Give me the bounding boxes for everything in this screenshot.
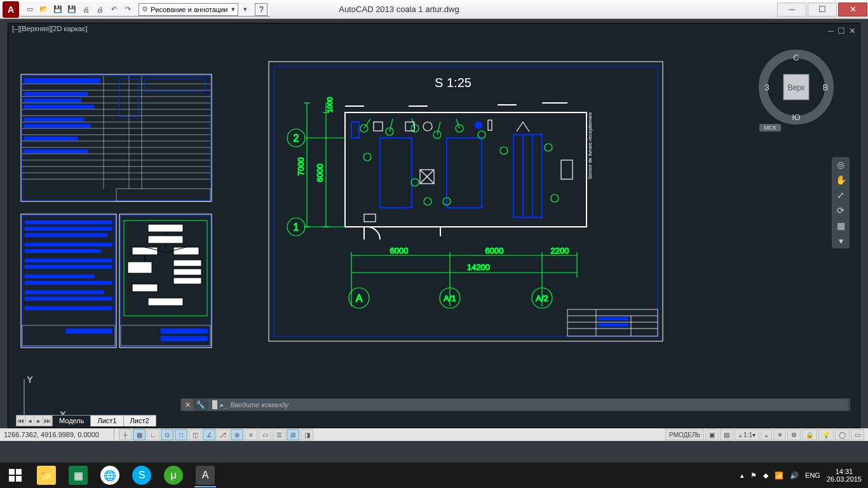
viewport[interactable]: [–][Верхняя][2D каркас] ─ ☐ ✕ [8,23,860,428]
zoom-extents-icon[interactable]: ⤢ [837,190,844,200]
svg-text:Y: Y [27,376,32,384]
task-excel[interactable]: ▦ [62,463,94,488]
otrack-button[interactable]: ∠ [203,429,215,440]
task-explorer[interactable]: 📁 [31,463,62,488]
minimize-button[interactable]: ─ [777,3,806,17]
help-button[interactable]: ? [255,3,268,16]
svg-rect-52 [148,236,183,243]
svg-rect-43 [25,290,104,294]
svg-text:МСК: МСК [764,125,776,131]
am-button[interactable]: ◨ [301,429,313,440]
tray-clock[interactable]: 14:31 26.03.2015 [827,468,862,483]
isolate-icon[interactable]: ◯ [835,429,850,440]
save-icon[interactable]: 💾 [51,4,64,15]
tab-prev-icon[interactable]: ◂ [25,416,34,426]
new-icon[interactable]: ▭ [24,4,36,15]
sc-button[interactable]: ⊞ [287,429,299,440]
tab-last-icon[interactable]: ⏭ [43,416,52,426]
quickview-layout-icon[interactable]: ▣ [705,429,719,440]
qat-more-icon[interactable]: ▾ [239,4,252,15]
tray-nvidia-icon[interactable]: ◆ [763,471,768,480]
grid-button[interactable]: ▦ [133,429,146,440]
pan-icon[interactable]: ✋ [836,175,846,185]
saveas-icon[interactable]: 💾 [65,4,78,15]
thumbnail-sheet-1 [21,74,212,201]
lwt-button[interactable]: ≡ [245,429,257,440]
tray-network-icon[interactable]: 📶 [775,471,783,480]
tab-nav[interactable]: ⏮ ◂ ▸ ⏭ [16,415,53,426]
modelspace-button[interactable]: РМОДЕЛЬ [665,429,704,440]
svg-rect-40 [25,265,112,269]
task-skype[interactable]: S [126,463,158,488]
undo-icon[interactable]: ↶ [107,4,120,15]
coordinates[interactable]: 1266.7362, 4916.9989, 0.0000 [0,428,114,441]
ws-switch-icon[interactable]: ⚙ [787,429,801,440]
plot-icon[interactable]: 🖨 [79,4,92,15]
tab-sheet2[interactable]: Лист2 [123,415,156,426]
dyn-button[interactable]: ⊕ [231,429,243,440]
task-autocad[interactable]: A [189,463,221,488]
orbit-icon[interactable]: ⟳ [837,205,844,215]
polar-button[interactable]: ⊙ [161,429,173,440]
svg-rect-67 [161,329,208,334]
drawing-canvas[interactable]: S 1:25 [8,24,860,430]
task-utorrent[interactable]: μ [158,463,189,488]
annovis-icon[interactable]: ⟁ [761,429,772,440]
workspace-dropdown[interactable]: ⚙ Рисование и аннотации ▾ [139,3,238,16]
svg-rect-26 [24,124,91,128]
system-tray[interactable]: ▴ ⚑ ◆ 📶 🔊 ENG 14:31 26.03.2015 [740,468,868,483]
viewcube[interactable]: С В Ю З Верх МСК [758,49,834,132]
svg-rect-46 [22,325,115,346]
svg-rect-171 [16,476,22,482]
app-logo[interactable]: A [3,1,19,18]
open-icon[interactable]: 📂 [37,4,50,15]
close-button[interactable]: ✕ [838,3,867,17]
hardware-accel-icon[interactable]: 💡 [818,429,834,440]
svg-point-104 [475,121,482,129]
wheel-icon[interactable]: ◎ [837,159,844,170]
cmdline-wrench-icon[interactable]: 🔧 [194,399,206,410]
annoauto-icon[interactable]: ✳ [773,429,786,440]
ortho-button[interactable]: ∟ [147,429,159,440]
cmdline-close-icon[interactable]: ✕ [182,399,193,410]
plot-preview-icon[interactable]: 🖨 [93,4,106,15]
svg-point-89 [363,153,371,161]
tray-volume-icon[interactable]: 🔊 [790,471,799,480]
quick-access-toolbar: ▭ 📂 💾 💾 🖨 🖨 ↶ ↷ ⚙ Рисование и аннотации … [20,3,270,17]
cleanscreen-icon[interactable]: ▭ [851,429,864,440]
tray-lang[interactable]: ENG [805,471,820,479]
quickview-dwg-icon[interactable]: ▤ [720,429,733,440]
tpy-button[interactable]: ▭ [259,429,271,440]
tray-flag-icon[interactable]: ⚑ [750,471,757,480]
tab-first-icon[interactable]: ⏮ [17,416,25,426]
task-chrome[interactable]: 🌐 [94,463,126,488]
svg-rect-82 [351,122,359,138]
ducs-button[interactable]: ⎇ [217,429,229,440]
svg-text:6000: 6000 [485,246,504,255]
tab-sheet1[interactable]: Лист1 [90,415,123,426]
osnap-button[interactable]: □ [175,429,187,440]
svg-rect-51 [148,224,183,232]
annoscale-button[interactable]: ⟁ 1:1 ▾ [735,429,759,440]
tray-up-icon[interactable]: ▴ [740,471,744,480]
svg-rect-23 [24,98,81,102]
maximize-button[interactable]: ☐ [808,3,837,17]
3dosnap-button[interactable]: ◫ [189,429,201,440]
command-input[interactable]: ▸_ Введите команду [208,399,848,410]
navbar-more-icon[interactable]: ▾ [839,236,843,246]
tab-model[interactable]: Модель [52,415,91,426]
navigation-bar[interactable]: ◎ ✋ ⤢ ⟳ ▦ ▾ [832,157,850,248]
command-line[interactable]: ✕ 🔧 ▸_ Введите команду [180,398,851,412]
svg-point-103 [423,122,432,131]
svg-text:Верх: Верх [787,83,804,92]
svg-rect-54 [173,247,199,255]
showmotion-icon[interactable]: ▦ [837,220,845,231]
svg-text:2200: 2200 [551,246,569,255]
qp-button[interactable]: ☰ [273,429,285,440]
tab-next-icon[interactable]: ▸ [34,416,43,426]
snap-button[interactable]: ┼ [119,429,132,440]
start-button[interactable] [0,463,31,488]
svg-text:2: 2 [294,133,299,144]
toolbar-lock-icon[interactable]: 🔒 [802,429,817,440]
redo-icon[interactable]: ↷ [121,4,134,15]
